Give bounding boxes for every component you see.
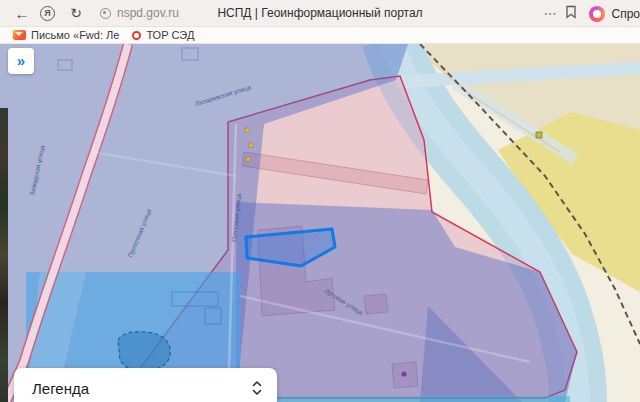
map-svg[interactable]: Лазаревская улица Заводская улица Почтов… (0, 44, 640, 402)
address-bar[interactable]: nspd.gov.ru (100, 6, 179, 20)
alice-assistant-icon[interactable] (589, 6, 605, 22)
expand-sidebar-button[interactable]: » (8, 48, 34, 74)
map-canvas[interactable]: Лазаревская улица Заводская улица Почтов… (0, 44, 640, 402)
more-menu-icon[interactable]: ⋯ (539, 7, 561, 20)
bookmark-item-mail[interactable]: Письмо «Fwd: Ле (13, 29, 119, 41)
bookmark-item-tor-sed[interactable]: ТОР СЭД (132, 29, 194, 41)
mail-icon (13, 30, 26, 40)
legend-label: Легенда (32, 380, 251, 397)
select-chevrons-icon (251, 379, 263, 397)
browser-toolbar: ← Я ↻ nspd.gov.ru НСПД | Геоинформационн… (0, 0, 640, 27)
bookmarks-bar: Письмо «Fwd: Ле ТОР СЭД (0, 27, 640, 44)
red-ring-icon (132, 31, 141, 40)
site-info-icon (100, 8, 111, 19)
legend-select[interactable]: Легенда (14, 368, 277, 402)
browser-menu-icon[interactable]: Я (40, 6, 55, 21)
back-button[interactable]: ← (12, 6, 32, 21)
browser-window: ← Я ↻ nspd.gov.ru НСПД | Геоинформационн… (0, 0, 640, 402)
bookmark-icon[interactable] (563, 4, 581, 24)
refresh-button[interactable]: ↻ (66, 6, 86, 20)
url-text[interactable]: nspd.gov.ru (117, 6, 179, 20)
alice-label[interactable]: Спро (611, 7, 640, 21)
pond (118, 332, 170, 371)
toolbar-right: ⋯ Спро (539, 0, 640, 27)
